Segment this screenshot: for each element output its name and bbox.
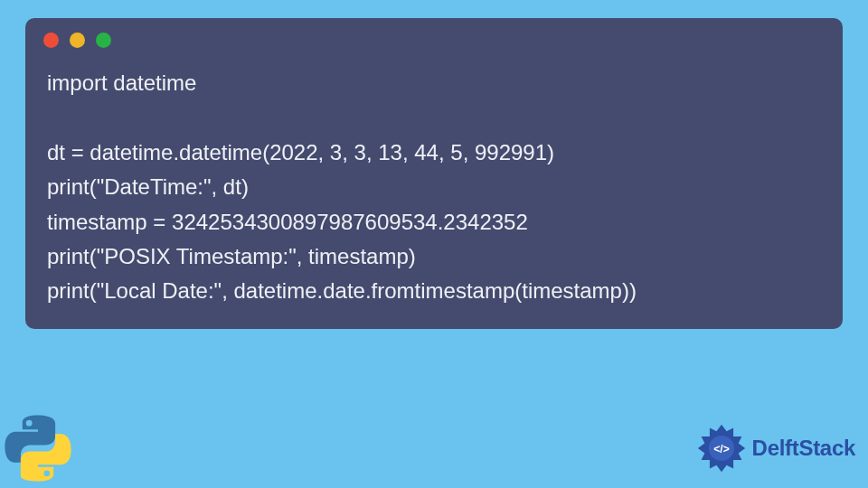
close-dot-icon — [43, 33, 59, 48]
code-window: import datetime dt = datetime.datetime(2… — [25, 18, 843, 329]
python-logo-icon — [4, 414, 72, 483]
code-block: import datetime dt = datetime.datetime(2… — [25, 53, 843, 309]
svg-text:</>: </> — [713, 443, 730, 455]
maximize-dot-icon — [96, 33, 111, 48]
minimize-dot-icon — [70, 33, 85, 48]
delftstack-label: DelftStack — [752, 436, 855, 461]
delftstack-logo-icon: </> — [696, 423, 747, 474]
delftstack-brand: </> DelftStack — [696, 423, 855, 474]
window-titlebar — [25, 18, 843, 53]
